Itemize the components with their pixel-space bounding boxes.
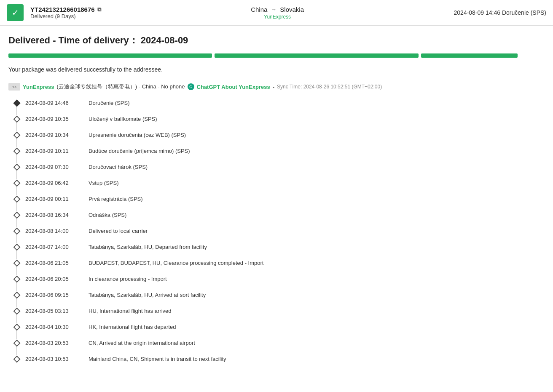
timeline-content: 2024-08-09 10:34Upresnenie doručenia (ce… (25, 131, 545, 146)
timeline-icon-col (8, 195, 25, 211)
timeline-line (16, 282, 17, 291)
timeline-time: 2024-08-06 21:05 (25, 260, 80, 266)
timeline-description: HU, International flight has arrived (89, 308, 172, 314)
timeline-description: Odnáška (SPS) (89, 212, 126, 218)
timeline-icon-col (8, 291, 25, 307)
timeline-description: Tatabánya, Szarkaláb, HU, Arrived at sor… (89, 292, 206, 298)
timeline-time: 2024-08-09 10:34 (25, 132, 80, 138)
chatgpt-link[interactable]: ChatGPT About YunExpress (197, 84, 270, 90)
timeline-icon-col (8, 275, 25, 291)
timeline-dot (13, 276, 21, 283)
timeline-time: 2024-08-09 14:46 (25, 100, 80, 106)
route-info: China → Slovakia YunExpress (108, 6, 447, 20)
tracking-id-row: YT2421321266018676 ⧉ (30, 6, 101, 13)
destination-country: Slovakia (280, 6, 304, 13)
timeline-content: 2024-08-06 21:05BUDAPEST, BUDAPEST, HU, … (25, 259, 545, 274)
copy-icon[interactable]: ⧉ (97, 6, 101, 13)
timeline-dot (13, 260, 21, 267)
timeline-line (16, 314, 17, 323)
timeline-content: 2024-08-09 10:35Uložený v balíkomate (SP… (25, 115, 545, 130)
timeline-description: Vstup (SPS) (89, 180, 119, 186)
timeline-content: 2024-08-03 20:53CN, Arrived at the origi… (25, 339, 545, 354)
timeline-description: BUDAPEST, BUDAPEST, HU, Clearance proces… (89, 260, 263, 266)
timeline-content: 2024-08-09 14:46Doručenie (SPS) (25, 99, 545, 114)
timeline-line (16, 202, 17, 211)
route-countries: China → Slovakia (251, 6, 304, 13)
timeline-description: Budúce doručenie (príjemca mimo) (SPS) (89, 148, 190, 154)
timeline-item: 2024-08-09 10:34Upresnenie doručenia (ce… (8, 131, 545, 147)
timeline-description: Prvá registrácia (SPS) (89, 196, 143, 202)
tracking-info: YT2421321266018676 ⧉ Delivered (9 Days) (30, 6, 101, 19)
timeline-time: 2024-08-09 10:11 (25, 148, 80, 154)
timeline-content: 2024-08-09 07:30Doručovací hárok (SPS) (25, 163, 545, 178)
header-date-status: 2024-08-09 14:46 Doručenie (SPS) (454, 9, 546, 16)
carrier-name: YunExpress (23, 84, 54, 90)
timeline-item: 2024-08-09 00:11Prvá registrácia (SPS) (8, 195, 545, 211)
timeline-description: HK, International flight has departed (89, 324, 176, 330)
timeline-dot-active (13, 100, 21, 107)
timeline-icon-col (8, 355, 25, 362)
progress-bar (8, 53, 545, 58)
timeline-dot (13, 228, 21, 235)
timeline-icon-col (8, 259, 25, 275)
timeline-content: 2024-08-08 14:00Delivered to local carri… (25, 227, 545, 242)
timeline-icon-col (8, 179, 25, 195)
timeline-line (16, 138, 17, 147)
timeline-icon-col (8, 131, 25, 147)
timeline-icon-col (8, 339, 25, 355)
timeline-dot (13, 212, 21, 219)
timeline-icon-col (8, 115, 25, 131)
timeline-time: 2024-08-07 14:00 (25, 244, 80, 250)
timeline-icon-col (8, 243, 25, 259)
timeline-line (16, 330, 17, 339)
sync-time: Sync Time: 2024-08-26 10:52:51 (GMT+02:0… (277, 84, 382, 90)
timeline-icon-col (8, 227, 25, 243)
timeline-item: 2024-08-06 21:05BUDAPEST, BUDAPEST, HU, … (8, 259, 545, 275)
timeline-line (16, 266, 17, 275)
timeline-icon-col (8, 147, 25, 163)
timeline-time: 2024-08-06 20:05 (25, 276, 80, 282)
timeline-line (16, 234, 17, 243)
timeline-item: 2024-08-08 14:00Delivered to local carri… (8, 227, 545, 243)
timeline-description: Delivered to local carrier (89, 228, 148, 234)
timeline-dot (13, 116, 21, 123)
timeline-time: 2024-08-03 20:53 (25, 340, 80, 346)
timeline-dot (13, 340, 21, 347)
header-bar: ✓ YT2421321266018676 ⧉ Delivered (9 Days… (0, 0, 553, 26)
timeline-line (16, 154, 17, 163)
timeline-dot (13, 148, 21, 155)
timeline-item: 2024-08-07 14:00Tatabánya, Szarkaláb, HU… (8, 243, 545, 259)
timeline-dot (13, 356, 21, 363)
timeline-time: 2024-08-04 10:30 (25, 324, 80, 330)
timeline-content: 2024-08-05 03:13HU, International flight… (25, 307, 545, 322)
timeline-time: 2024-08-05 03:13 (25, 308, 80, 314)
timeline-content: 2024-08-09 06:42Vstup (SPS) (25, 179, 545, 194)
timeline-line (16, 186, 17, 195)
timeline-icon-col (8, 307, 25, 323)
timeline-time: 2024-08-06 09:15 (25, 292, 80, 298)
timeline-item: 2024-08-03 20:53CN, Arrived at the origi… (8, 339, 545, 355)
timeline-item: 2024-08-08 16:34Odnáška (SPS) (8, 211, 545, 227)
timeline-icon-col (8, 163, 25, 179)
timeline-content: 2024-08-07 14:00Tatabánya, Szarkaláb, HU… (25, 243, 545, 258)
timeline-line (16, 346, 17, 355)
timeline-dot (13, 164, 21, 171)
timeline-time: 2024-08-08 14:00 (25, 228, 80, 234)
timeline-description: Uložený v balíkomate (SPS) (89, 116, 157, 122)
timeline-dot (13, 244, 21, 251)
progress-segment-3 (421, 53, 518, 58)
timeline-line (16, 298, 17, 307)
timeline-dot (13, 308, 21, 315)
timeline-description: Tatabánya, Szarkaláb, HU, Departed from … (89, 244, 207, 250)
timeline-dot (13, 132, 21, 139)
timeline-time: 2024-08-09 10:35 (25, 116, 80, 122)
delivered-check-icon: ✓ (7, 4, 24, 21)
timeline-description: Upresnenie doručenia (cez WEB) (SPS) (89, 132, 186, 138)
timeline-dot (13, 324, 21, 331)
timeline-item: 2024-08-03 10:53Mainland China, CN, Ship… (8, 355, 545, 370)
progress-segment-1 (8, 53, 212, 58)
timeline-line (16, 250, 17, 259)
timeline-dot (13, 180, 21, 187)
timeline-description: Doručenie (SPS) (89, 100, 130, 106)
route-arrow-icon: → (271, 6, 276, 13)
